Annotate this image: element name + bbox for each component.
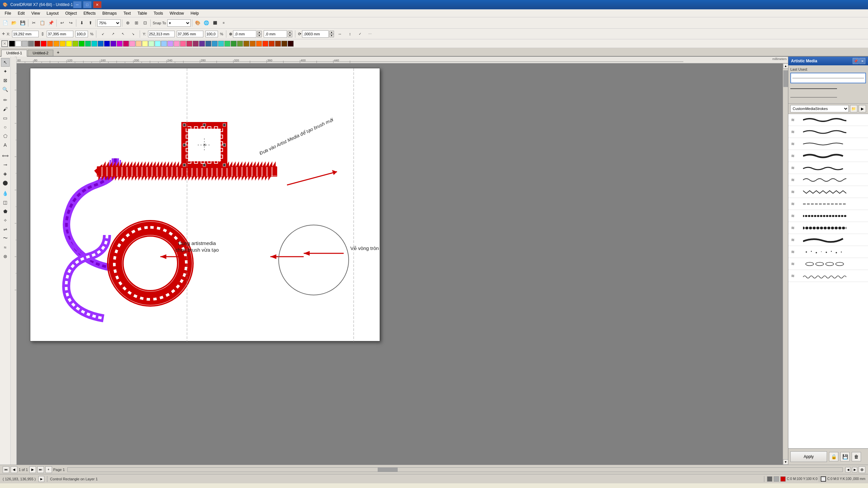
hscroll-right-button[interactable]: ▶ xyxy=(852,467,857,472)
color-violet[interactable] xyxy=(199,41,205,47)
zoom-select[interactable]: 75% 50% 100% 200% xyxy=(97,19,121,27)
apply-button[interactable]: Apply xyxy=(790,451,827,462)
color-magenta[interactable] xyxy=(123,41,129,47)
color-brick[interactable] xyxy=(275,41,281,47)
color-maroon2[interactable] xyxy=(193,41,199,47)
color-gray[interactable] xyxy=(28,41,34,47)
menu-window[interactable]: Window xyxy=(166,10,187,16)
color-silver[interactable] xyxy=(22,41,28,47)
color-olive[interactable] xyxy=(237,41,243,47)
zoom-fit[interactable]: ⊞ xyxy=(132,19,140,27)
menu-file[interactable]: File xyxy=(1,10,14,16)
menu-table[interactable]: Table xyxy=(134,10,150,16)
tool-select[interactable]: ↖ xyxy=(1,58,10,67)
flip-v-button[interactable]: ↕ xyxy=(346,30,354,38)
color-blue-mid[interactable] xyxy=(98,41,104,47)
delete-media-button[interactable]: 🗑 xyxy=(852,452,861,461)
open-button[interactable]: 📂 xyxy=(10,19,18,27)
snap-y-input[interactable] xyxy=(264,30,287,38)
tool-eyedropper[interactable]: 💧 xyxy=(1,189,10,198)
color-steel-blue[interactable] xyxy=(205,41,211,47)
brush-item-8[interactable]: ≋ xyxy=(788,198,868,210)
color-orange[interactable] xyxy=(47,41,53,47)
color-light-blue[interactable] xyxy=(161,41,167,47)
tool-interactive-transparency[interactable]: ◫ xyxy=(1,198,10,207)
hscroll-thumb[interactable] xyxy=(378,468,398,472)
color-light-teal[interactable] xyxy=(155,41,161,47)
color-teal[interactable] xyxy=(91,41,97,47)
hscroll-left-button[interactable]: ◀ xyxy=(845,467,851,472)
tool-zoom[interactable]: 🔍 xyxy=(1,85,10,94)
last-used-item2[interactable] xyxy=(790,85,866,93)
page-prev-button[interactable]: ◀ xyxy=(11,466,17,473)
no-fill-swatch[interactable]: ✕ xyxy=(1,40,8,47)
color-peach[interactable] xyxy=(136,41,142,47)
brush-item-12[interactable]: ≋ xyxy=(788,246,868,258)
color-light-green[interactable] xyxy=(148,41,154,47)
page-first-button[interactable]: ⏮ xyxy=(3,466,9,473)
menu-effects[interactable]: Effects xyxy=(80,10,99,16)
menu-view[interactable]: View xyxy=(28,10,43,16)
scroll-thumb[interactable] xyxy=(783,70,788,87)
options-button[interactable]: ≡ xyxy=(220,19,228,27)
menu-text[interactable]: Text xyxy=(120,10,134,16)
color-cerulean[interactable] xyxy=(212,41,218,47)
color-pink[interactable] xyxy=(129,41,135,47)
last-used-preview[interactable] xyxy=(790,73,866,83)
tool-smear[interactable]: ≈ xyxy=(1,243,10,252)
pub-web-button[interactable]: 🌐 xyxy=(202,19,210,27)
color-light-purple[interactable] xyxy=(167,41,173,47)
color-light-yellow[interactable] xyxy=(142,41,148,47)
zoom-fit-button[interactable]: ⊕ xyxy=(859,466,865,473)
color-dark-brown[interactable] xyxy=(281,41,287,47)
menu-help[interactable]: Help xyxy=(187,10,202,16)
brush-item-11[interactable]: ≋ xyxy=(788,234,868,246)
brush-item-4[interactable]: ≋ xyxy=(788,150,868,162)
paste-button[interactable]: 📌 xyxy=(47,19,55,27)
color-rose[interactable] xyxy=(174,41,180,47)
redo-button[interactable]: ↪ xyxy=(67,19,75,27)
color-crimson[interactable] xyxy=(269,41,275,47)
brush-list[interactable]: ≋ ≋ ≋ ≋ xyxy=(788,114,868,448)
height-input[interactable] xyxy=(177,31,203,37)
tool-artistic-media[interactable]: 🖌 xyxy=(1,105,10,113)
close-button[interactable]: ✕ xyxy=(93,1,102,8)
tool-ellipse[interactable]: ○ xyxy=(1,123,10,131)
lock-button[interactable]: 🔒 xyxy=(829,452,838,461)
angle-down[interactable]: ▼ xyxy=(329,34,334,37)
zoom-page[interactable]: ⊡ xyxy=(141,19,149,27)
transform-btn4[interactable]: ↘ xyxy=(129,30,137,38)
menu-tools[interactable]: Tools xyxy=(150,10,166,16)
tool-shape[interactable]: ✦ xyxy=(1,67,10,76)
color-black[interactable] xyxy=(9,41,15,47)
tool-smart-fill[interactable]: ⬤ xyxy=(1,178,10,187)
width-pct-input[interactable] xyxy=(75,31,88,37)
angle-input[interactable] xyxy=(302,30,329,38)
panel-pin-button[interactable]: 📌 xyxy=(852,58,859,64)
import-button[interactable]: ⬇ xyxy=(78,19,86,27)
tab-untitled2[interactable]: Untitled-2 xyxy=(28,50,53,56)
color-red2[interactable] xyxy=(262,41,268,47)
color-profile-button[interactable]: 🎨 xyxy=(194,19,202,27)
color-hot-pink[interactable] xyxy=(180,41,186,47)
tool-text[interactable]: A xyxy=(1,141,10,149)
save-media-button[interactable]: 💾 xyxy=(840,452,850,461)
media-type-dropdown[interactable]: CustomMediaStrokes Artistic Natural xyxy=(790,105,849,112)
panel-options-button[interactable]: ▶ xyxy=(859,105,866,112)
add-page-button[interactable]: + xyxy=(45,466,52,473)
page-next-button[interactable]: ▶ xyxy=(29,466,36,473)
color-green[interactable] xyxy=(79,41,85,47)
snap-x-up[interactable]: ▲ xyxy=(257,31,262,34)
brush-item-7[interactable]: ≋ xyxy=(788,186,868,198)
cut-button[interactable]: ✂ xyxy=(30,19,38,27)
color-brown[interactable] xyxy=(243,41,249,47)
snap-y-up[interactable]: ▲ xyxy=(288,31,292,34)
canvas-area[interactable]: ✕ Đưa vào Artist Media để tạo brush m xyxy=(17,63,788,465)
snap-x-input[interactable] xyxy=(233,30,256,38)
scroll-down-btn[interactable]: ▼ xyxy=(783,459,788,465)
brush-item-2[interactable]: ≋ xyxy=(788,126,868,138)
width-input[interactable] xyxy=(46,31,73,37)
menu-layout[interactable]: Layout xyxy=(43,10,62,16)
more-options-button[interactable]: ⋯ xyxy=(366,30,374,38)
maximize-button[interactable]: □ xyxy=(83,1,92,8)
